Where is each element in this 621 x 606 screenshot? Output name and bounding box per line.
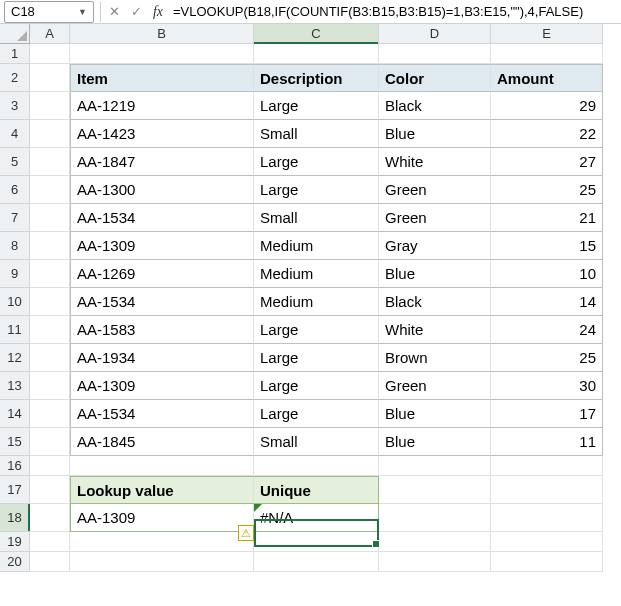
row-header-17[interactable]: 17 <box>0 476 30 504</box>
cell-A14[interactable] <box>30 400 70 428</box>
table-cell[interactable]: AA-1934 <box>70 344 254 372</box>
row-header-12[interactable]: 12 <box>0 344 30 372</box>
table-cell[interactable]: Large <box>254 316 379 344</box>
cell-A18[interactable] <box>30 504 70 532</box>
cell-C16[interactable] <box>254 456 379 476</box>
table-cell[interactable]: 29 <box>491 92 603 120</box>
cell-A16[interactable] <box>30 456 70 476</box>
table-cell[interactable]: Brown <box>379 344 491 372</box>
row-header-9[interactable]: 9 <box>0 260 30 288</box>
cell-A17[interactable] <box>30 476 70 504</box>
table-cell[interactable]: 24 <box>491 316 603 344</box>
table-cell[interactable]: Large <box>254 148 379 176</box>
cell-A4[interactable] <box>30 120 70 148</box>
table-cell[interactable]: Medium <box>254 260 379 288</box>
cell-A1[interactable] <box>30 44 70 64</box>
formula-input[interactable]: =VLOOKUP(B18,IF(COUNTIF(B3:B15,B3:B15)=1… <box>169 1 621 23</box>
cell-E16[interactable] <box>491 456 603 476</box>
table-cell[interactable]: Large <box>254 400 379 428</box>
col-header-B[interactable]: B <box>70 24 254 44</box>
warning-icon[interactable]: ⚠ <box>238 525 254 541</box>
row-header-2[interactable]: 2 <box>0 64 30 92</box>
enter-icon[interactable]: ✓ <box>125 1 147 23</box>
cell-A20[interactable] <box>30 552 70 572</box>
row-header-18[interactable]: 18 <box>0 504 30 532</box>
chevron-down-icon[interactable]: ▼ <box>78 7 87 17</box>
table-cell[interactable]: Gray <box>379 232 491 260</box>
table-cell[interactable]: 30 <box>491 372 603 400</box>
cell-B16[interactable] <box>70 456 254 476</box>
cell-A7[interactable] <box>30 204 70 232</box>
lookup-header[interactable]: Unique <box>254 476 379 504</box>
table-cell[interactable]: Medium <box>254 232 379 260</box>
table-cell[interactable]: 27 <box>491 148 603 176</box>
table-cell[interactable]: Blue <box>379 400 491 428</box>
table-cell[interactable]: Medium <box>254 288 379 316</box>
table-cell[interactable]: 17 <box>491 400 603 428</box>
spreadsheet-grid[interactable]: ABCDE12ItemDescriptionColorAmount3AA-121… <box>0 24 621 572</box>
table-cell[interactable]: 11 <box>491 428 603 456</box>
row-header-3[interactable]: 3 <box>0 92 30 120</box>
table-cell[interactable]: Black <box>379 288 491 316</box>
table-cell[interactable]: 25 <box>491 344 603 372</box>
table-cell[interactable]: AA-1534 <box>70 288 254 316</box>
table-cell[interactable]: AA-1583 <box>70 316 254 344</box>
table-cell[interactable]: Blue <box>379 260 491 288</box>
row-header-11[interactable]: 11 <box>0 316 30 344</box>
table-cell[interactable]: AA-1845 <box>70 428 254 456</box>
cell-B20[interactable] <box>70 552 254 572</box>
cell-A15[interactable] <box>30 428 70 456</box>
cell-A8[interactable] <box>30 232 70 260</box>
lookup-header[interactable]: Lookup value <box>70 476 254 504</box>
table-cell[interactable]: Small <box>254 204 379 232</box>
row-header-13[interactable]: 13 <box>0 372 30 400</box>
cell-A6[interactable] <box>30 176 70 204</box>
cell-A5[interactable] <box>30 148 70 176</box>
row-header-10[interactable]: 10 <box>0 288 30 316</box>
cell-D20[interactable] <box>379 552 491 572</box>
table-cell[interactable]: Green <box>379 176 491 204</box>
lookup-value[interactable]: AA-1309 <box>70 504 254 532</box>
cell-E20[interactable] <box>491 552 603 572</box>
cell-C1[interactable] <box>254 44 379 64</box>
cell-C19[interactable] <box>254 532 379 552</box>
row-header-4[interactable]: 4 <box>0 120 30 148</box>
table-cell[interactable]: 21 <box>491 204 603 232</box>
cancel-icon[interactable]: ✕ <box>103 1 125 23</box>
cell-D18[interactable] <box>379 504 491 532</box>
table-cell[interactable]: Large <box>254 344 379 372</box>
table-cell[interactable]: Black <box>379 92 491 120</box>
row-header-19[interactable]: 19 <box>0 532 30 552</box>
row-header-8[interactable]: 8 <box>0 232 30 260</box>
table-cell[interactable]: AA-1309 <box>70 372 254 400</box>
cell-E1[interactable] <box>491 44 603 64</box>
table-cell[interactable]: White <box>379 316 491 344</box>
cell-A19[interactable] <box>30 532 70 552</box>
cell-E17[interactable] <box>491 476 603 504</box>
table-cell[interactable]: White <box>379 148 491 176</box>
table-cell[interactable]: 25 <box>491 176 603 204</box>
cell-A3[interactable] <box>30 92 70 120</box>
col-header-C[interactable]: C <box>254 24 379 44</box>
row-header-7[interactable]: 7 <box>0 204 30 232</box>
table-cell[interactable]: 15 <box>491 232 603 260</box>
table-header-item[interactable]: Item <box>70 64 254 92</box>
lookup-result[interactable]: #N/A <box>254 504 379 532</box>
table-cell[interactable]: AA-1219 <box>70 92 254 120</box>
table-header-description[interactable]: Description <box>254 64 379 92</box>
table-cell[interactable]: Green <box>379 372 491 400</box>
select-all-corner[interactable] <box>0 24 30 44</box>
table-cell[interactable]: Green <box>379 204 491 232</box>
cell-D16[interactable] <box>379 456 491 476</box>
col-header-D[interactable]: D <box>379 24 491 44</box>
row-header-15[interactable]: 15 <box>0 428 30 456</box>
col-header-A[interactable]: A <box>30 24 70 44</box>
table-cell[interactable]: Large <box>254 372 379 400</box>
table-cell[interactable]: AA-1423 <box>70 120 254 148</box>
cell-C20[interactable] <box>254 552 379 572</box>
name-box[interactable]: C18 ▼ <box>4 1 94 23</box>
table-cell[interactable]: 22 <box>491 120 603 148</box>
row-header-5[interactable]: 5 <box>0 148 30 176</box>
cell-D1[interactable] <box>379 44 491 64</box>
cell-A13[interactable] <box>30 372 70 400</box>
